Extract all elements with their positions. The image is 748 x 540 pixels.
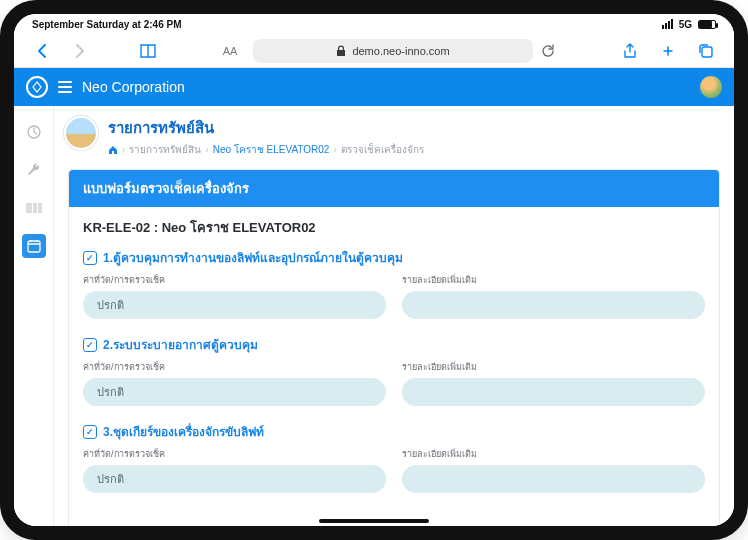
sidebar-clock-icon[interactable] xyxy=(22,120,46,144)
status-bar: September Saturday at 2:46 PM 5G xyxy=(14,14,734,34)
section-2: ✓ 2.ระบบระบายอากาศตู้ควบคุม ค่าที่วัด/กา… xyxy=(83,335,705,406)
svg-rect-2 xyxy=(28,241,40,252)
equipment-name: KR-ELE-02 : Neo โคราช ELEVATOR02 xyxy=(83,217,705,238)
tabs-button[interactable] xyxy=(692,37,720,65)
crumb-assets[interactable]: รายการทรัพย์สิน xyxy=(129,142,201,157)
section-1: ✓ 1.ตู้ควบคุมการทำงานของลิฟท์และอุปกรณ์ภ… xyxy=(83,248,705,319)
network-label: 5G xyxy=(679,19,692,30)
browser-toolbar: AA demo.neo-inno.com xyxy=(14,34,734,68)
page-title: รายการทรัพย์สิน xyxy=(108,116,424,140)
detail-label: รายละเอียดเพิ่มเติม xyxy=(402,360,705,374)
detail-label: รายละเอียดเพิ่มเติม xyxy=(402,447,705,461)
signal-icon xyxy=(662,19,673,29)
section-2-title[interactable]: ✓ 2.ระบบระบายอากาศตู้ควบคุม xyxy=(83,335,705,354)
app-logo-icon xyxy=(26,76,48,98)
form-header: แบบฟอร์มตรวจเช็คเครื่องจักร xyxy=(69,170,719,207)
nav-forward-button[interactable] xyxy=(66,37,94,65)
menu-button[interactable] xyxy=(58,81,72,93)
crumb-current: ตรวจเช็คเครื่องจักร xyxy=(341,142,424,157)
sidebar-barcode-icon[interactable] xyxy=(22,196,46,220)
nav-back-button[interactable] xyxy=(28,37,56,65)
section-3-detail[interactable] xyxy=(402,465,705,493)
section-1-detail[interactable] xyxy=(402,291,705,319)
check-icon: ✓ xyxy=(83,251,97,265)
text-size-button[interactable]: AA xyxy=(215,45,245,57)
section-2-value[interactable]: ปรกติ xyxy=(83,378,386,406)
app-title: Neo Corporation xyxy=(82,79,185,95)
user-avatar[interactable] xyxy=(700,76,722,98)
section-2-detail[interactable] xyxy=(402,378,705,406)
svg-rect-0 xyxy=(702,47,712,57)
battery-icon xyxy=(698,20,716,29)
check-icon: ✓ xyxy=(83,425,97,439)
measure-label: ค่าที่วัด/การตรวจเช็ค xyxy=(83,273,386,287)
detail-label: รายละเอียดเพิ่มเติม xyxy=(402,273,705,287)
url-field[interactable]: demo.neo-inno.com xyxy=(253,39,533,63)
sidebar xyxy=(14,106,54,526)
page-thumbnail xyxy=(64,116,98,150)
breadcrumb: › รายการทรัพย์สิน › Neo โคราช ELEVATOR02… xyxy=(108,142,424,157)
section-1-value[interactable]: ปรกติ xyxy=(83,291,386,319)
measure-label: ค่าที่วัด/การตรวจเช็ค xyxy=(83,447,386,461)
measure-label: ค่าที่วัด/การตรวจเช็ค xyxy=(83,360,386,374)
sidebar-wrench-icon[interactable] xyxy=(22,158,46,182)
section-1-title[interactable]: ✓ 1.ตู้ควบคุมการทำงานของลิฟท์และอุปกรณ์ภ… xyxy=(83,248,705,267)
share-button[interactable] xyxy=(616,37,644,65)
main-content: รายการทรัพย์สิน › รายการทรัพย์สิน › Neo … xyxy=(54,106,734,526)
bookmarks-button[interactable] xyxy=(134,37,162,65)
lock-icon xyxy=(336,45,346,57)
home-icon[interactable] xyxy=(108,145,118,155)
form-card: แบบฟอร์มตรวจเช็คเครื่องจักร KR-ELE-02 : … xyxy=(68,169,720,526)
crumb-elevator[interactable]: Neo โคราช ELEVATOR02 xyxy=(213,142,330,157)
sidebar-calendar-icon[interactable] xyxy=(22,234,46,258)
section-3-value[interactable]: ปรกติ xyxy=(83,465,386,493)
home-indicator[interactable] xyxy=(319,519,429,523)
reload-button[interactable] xyxy=(541,44,563,58)
new-tab-button[interactable] xyxy=(654,37,682,65)
check-icon: ✓ xyxy=(83,338,97,352)
status-datetime: September Saturday at 2:46 PM xyxy=(32,19,182,30)
section-3-title[interactable]: ✓ 3.ชุดเกียร์ของเครื่องจักรขับลิฟท์ xyxy=(83,422,705,441)
section-3: ✓ 3.ชุดเกียร์ของเครื่องจักรขับลิฟท์ ค่าท… xyxy=(83,422,705,493)
app-header: Neo Corporation xyxy=(14,68,734,106)
url-text: demo.neo-inno.com xyxy=(352,45,449,57)
